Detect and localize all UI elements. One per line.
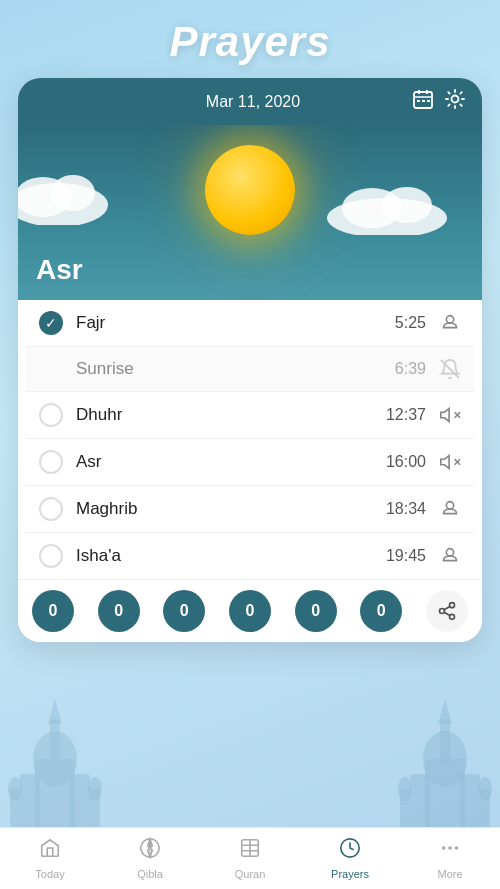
scene-area: Asr xyxy=(18,125,482,300)
svg-point-33 xyxy=(382,187,432,223)
dhuhr-notification-icon[interactable] xyxy=(436,404,464,426)
dhuhr-time: 12:37 xyxy=(378,406,426,424)
tasbeeh-counter-6[interactable]: 0 xyxy=(360,590,402,632)
header-date: Mar 11, 2020 xyxy=(94,93,412,111)
book-icon xyxy=(239,837,261,865)
svg-point-34 xyxy=(446,316,453,323)
fajr-time: 5:25 xyxy=(378,314,426,332)
nav-more-label: More xyxy=(437,868,462,880)
fajr-check[interactable]: ✓ xyxy=(36,311,66,335)
svg-marker-51 xyxy=(148,848,153,857)
svg-point-27 xyxy=(452,96,459,103)
svg-rect-26 xyxy=(427,100,430,102)
calendar-icon[interactable] xyxy=(412,88,434,115)
ishaa-name: Isha'a xyxy=(76,546,378,566)
maghrib-circle xyxy=(39,497,63,521)
svg-line-48 xyxy=(444,606,450,609)
clock-icon xyxy=(339,837,361,865)
more-dots-icon xyxy=(439,837,461,865)
sunrise-row: Sunrise 6:39 xyxy=(26,347,474,392)
fajr-name: Fajr xyxy=(76,313,378,333)
main-card: Mar 11, 2020 xyxy=(18,78,482,642)
svg-rect-4 xyxy=(50,719,60,764)
ishaa-notification-icon[interactable] xyxy=(436,545,464,567)
card-header: Mar 11, 2020 xyxy=(18,78,482,125)
nav-today[interactable]: Today xyxy=(20,831,80,886)
svg-rect-1 xyxy=(20,774,40,829)
svg-rect-24 xyxy=(417,100,420,102)
maghrib-check[interactable] xyxy=(36,497,66,521)
tasbeeh-counter-1[interactable]: 0 xyxy=(32,590,74,632)
prayer-list: ✓ Fajr 5:25 Sunrise 6:39 xyxy=(18,300,482,579)
svg-rect-11 xyxy=(410,774,430,829)
svg-point-58 xyxy=(448,846,452,850)
dhuhr-row: Dhuhr 12:37 xyxy=(26,392,474,439)
check-done-icon: ✓ xyxy=(39,311,63,335)
sunrise-notification-icon[interactable] xyxy=(436,358,464,380)
ishaa-check[interactable] xyxy=(36,544,66,568)
ishaa-circle xyxy=(39,544,63,568)
nav-prayers[interactable]: Prayers xyxy=(320,831,380,886)
asr-check[interactable] xyxy=(36,450,66,474)
nav-quran-label: Quran xyxy=(235,868,266,880)
asr-notification-icon[interactable] xyxy=(436,451,464,473)
svg-marker-5 xyxy=(48,699,62,724)
prayer-row: ✓ Fajr 5:25 xyxy=(26,300,474,347)
tasbeeh-counter-3[interactable]: 0 xyxy=(163,590,205,632)
settings-icon[interactable] xyxy=(444,88,466,115)
svg-marker-50 xyxy=(148,839,153,848)
svg-marker-15 xyxy=(438,699,452,724)
header-icons xyxy=(412,88,466,115)
asr-name: Asr xyxy=(76,452,378,472)
maghrib-notification-icon[interactable] xyxy=(436,498,464,520)
maghrib-time: 18:34 xyxy=(378,500,426,518)
svg-point-57 xyxy=(442,846,446,850)
svg-rect-12 xyxy=(460,774,480,829)
bg-mosque-right xyxy=(380,629,500,829)
nav-more[interactable]: More xyxy=(420,831,480,886)
svg-point-42 xyxy=(446,502,453,509)
svg-rect-2 xyxy=(70,774,90,829)
dhuhr-name: Dhuhr xyxy=(76,405,378,425)
asr-circle xyxy=(39,450,63,474)
svg-line-47 xyxy=(444,612,450,615)
svg-point-43 xyxy=(446,549,453,556)
home-icon xyxy=(39,837,61,865)
tasbeeh-counter-2[interactable]: 0 xyxy=(98,590,140,632)
dhuhr-check[interactable] xyxy=(36,403,66,427)
svg-point-59 xyxy=(455,846,459,850)
svg-marker-36 xyxy=(441,409,449,422)
asr-row: Asr 16:00 xyxy=(26,439,474,486)
svg-rect-14 xyxy=(440,719,450,764)
tasbeeh-counter-5[interactable]: 0 xyxy=(295,590,337,632)
compass-icon xyxy=(139,837,161,865)
bg-mosque-left xyxy=(0,629,120,829)
tasbeeh-row: 0 0 0 0 0 0 xyxy=(18,579,482,642)
svg-rect-25 xyxy=(422,100,425,102)
cloud-left xyxy=(18,165,128,225)
asr-time: 16:00 xyxy=(378,453,426,471)
maghrib-name: Maghrib xyxy=(76,499,378,519)
nav-qibla[interactable]: Qibla xyxy=(120,831,180,886)
share-button[interactable] xyxy=(426,590,468,632)
nav-prayers-label: Prayers xyxy=(331,868,369,880)
sun xyxy=(205,145,295,235)
current-prayer-label: Asr xyxy=(36,254,83,286)
dhuhr-circle xyxy=(39,403,63,427)
nav-qibla-label: Qibla xyxy=(137,868,163,880)
ishaa-row: Isha'a 19:45 xyxy=(26,533,474,579)
maghrib-row: Maghrib 18:34 xyxy=(26,486,474,533)
tasbeeh-counter-4[interactable]: 0 xyxy=(229,590,271,632)
svg-point-19 xyxy=(478,777,492,801)
svg-marker-39 xyxy=(441,456,449,469)
nav-today-label: Today xyxy=(35,868,64,880)
sunrise-time: 6:39 xyxy=(378,360,426,378)
svg-point-30 xyxy=(51,175,95,211)
nav-quran[interactable]: Quran xyxy=(220,831,280,886)
svg-point-9 xyxy=(88,777,102,801)
cloud-right xyxy=(322,180,452,235)
ishaa-time: 19:45 xyxy=(378,547,426,565)
bottom-nav: Today Qibla Quran xyxy=(0,827,500,889)
svg-point-7 xyxy=(8,777,22,801)
fajr-notification-icon[interactable] xyxy=(436,312,464,334)
